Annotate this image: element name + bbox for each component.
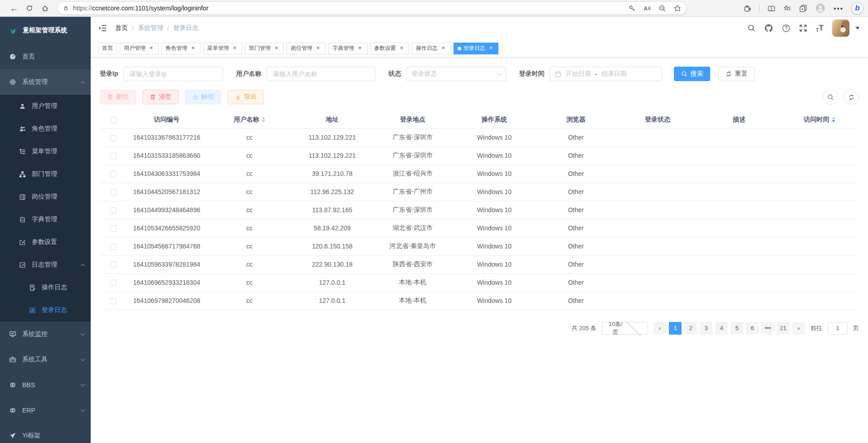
export-button[interactable]: 导出 xyxy=(228,90,264,104)
sidebar-item-oper-log[interactable]: 操作日志 xyxy=(0,276,91,299)
pager-page-button[interactable]: 3 xyxy=(700,322,712,335)
delete-button[interactable]: 删除 xyxy=(100,90,136,104)
column-header-username[interactable]: 用户名称 xyxy=(206,111,293,128)
browser-menu-icon[interactable]: ••• xyxy=(834,5,844,12)
tab-menu-mgmt[interactable]: 菜单管理× xyxy=(203,43,242,54)
sidebar-item-post-mgmt[interactable]: 岗位管理 xyxy=(0,185,91,208)
browser-profile-icon[interactable] xyxy=(815,3,826,14)
avatar-caret-icon[interactable] xyxy=(855,27,860,29)
sidebar-item-bbs[interactable]: BBS xyxy=(0,372,91,398)
show-search-button[interactable] xyxy=(823,89,838,105)
row-checkbox[interactable] xyxy=(110,135,117,141)
sidebar-item-param-settings[interactable]: 参数设置 xyxy=(0,231,91,253)
reset-button[interactable]: 重置 xyxy=(718,67,755,81)
sidebar-item-dict-mgmt[interactable]: 字典管理 xyxy=(0,208,91,231)
collections-icon[interactable] xyxy=(799,4,807,12)
sidebar-item-system[interactable]: 系统管理 xyxy=(0,69,91,95)
sidebar-item-role-mgmt[interactable]: 角色管理 xyxy=(0,117,91,140)
bing-chat-icon[interactable]: b xyxy=(851,2,863,15)
tab-close-icon[interactable]: × xyxy=(356,45,363,52)
pager-page-button[interactable]: 4 xyxy=(715,322,728,335)
tab-close-icon[interactable]: × xyxy=(488,45,494,52)
goto-page-input[interactable] xyxy=(828,322,848,335)
sort-icons[interactable] xyxy=(832,117,835,122)
sidebar-item-login-log[interactable]: 登录日志 xyxy=(0,299,91,321)
split-screen-icon[interactable] xyxy=(767,5,775,12)
pager-page-button[interactable]: 1 xyxy=(669,322,682,335)
browser-refresh-button[interactable] xyxy=(22,1,37,15)
select-all-checkbox[interactable] xyxy=(110,117,117,123)
pager-prev-button[interactable]: ‹ xyxy=(653,322,666,335)
refresh-table-button[interactable] xyxy=(844,89,859,105)
tab-close-icon[interactable]: × xyxy=(148,45,155,52)
tab-close-icon[interactable]: × xyxy=(440,45,447,52)
tab-post-mgmt[interactable]: 岗位管理× xyxy=(287,43,326,54)
github-icon[interactable] xyxy=(764,24,773,33)
zoom-out-icon[interactable] xyxy=(658,5,666,12)
header-search-icon[interactable] xyxy=(747,24,756,32)
password-key-icon[interactable] xyxy=(628,5,636,12)
tab-close-icon[interactable]: × xyxy=(190,45,196,52)
browser-home-button[interactable] xyxy=(37,1,53,15)
sidebar-item-menu-mgmt[interactable]: 菜单管理 xyxy=(0,140,91,163)
tab-dept-mgmt[interactable]: 部门管理× xyxy=(245,43,284,54)
sidebar-item-user-mgmt[interactable]: 用户管理 xyxy=(0,95,91,117)
tab-user-mgmt[interactable]: 用户管理× xyxy=(120,43,159,54)
read-aloud-icon[interactable] xyxy=(643,5,651,12)
username-input[interactable] xyxy=(267,67,375,81)
tab-home[interactable]: 首页 xyxy=(98,43,117,54)
ip-input[interactable] xyxy=(123,67,223,81)
date-range-input[interactable]: 开始日期 - 结束日期 xyxy=(550,67,662,81)
tab-dict-mgmt[interactable]: 字典管理× xyxy=(328,43,367,54)
pager-next-button[interactable]: › xyxy=(792,322,805,335)
tab-close-icon[interactable]: × xyxy=(273,45,280,52)
row-checkbox[interactable] xyxy=(110,243,117,250)
status-select[interactable]: 登录状态 xyxy=(406,67,506,81)
sidebar-item-yi-framework[interactable]: Yi框架 xyxy=(0,423,91,443)
browser-back-button[interactable]: ← xyxy=(6,1,22,15)
tab-login-log[interactable]: 登录日志× xyxy=(454,43,498,54)
row-checkbox[interactable] xyxy=(110,189,117,195)
row-checkbox[interactable] xyxy=(110,298,117,304)
column-header-time[interactable]: 访问时间 xyxy=(780,111,859,128)
unlock-button[interactable]: 解锁 xyxy=(185,90,221,104)
row-checkbox[interactable] xyxy=(110,171,117,177)
tab-close-icon[interactable]: × xyxy=(315,45,322,52)
sidebar-item-tools[interactable]: 系统工具 xyxy=(0,347,91,372)
font-size-icon[interactable]: TT xyxy=(816,24,824,33)
row-checkbox[interactable] xyxy=(110,207,117,214)
sidebar-item-home[interactable]: 首页 xyxy=(0,44,91,69)
sidebar-item-log-mgmt[interactable]: 日志管理 xyxy=(0,253,91,276)
tab-close-icon[interactable]: × xyxy=(398,45,405,52)
clear-button[interactable]: 清空 xyxy=(142,90,179,104)
row-checkbox[interactable] xyxy=(110,280,117,286)
url-bar[interactable]: https://ccnetcore.com:1101/system/log/lo… xyxy=(57,2,687,15)
pager-page-button[interactable]: 6 xyxy=(746,322,759,335)
favorites-bar-icon[interactable] xyxy=(783,5,791,12)
sidebar-item-monitor[interactable]: 系统监控 xyxy=(0,321,91,347)
tab-role-mgmt[interactable]: 角色管理× xyxy=(161,43,200,54)
tab-param-settings[interactable]: 参数设置× xyxy=(370,43,409,54)
row-checkbox[interactable] xyxy=(110,225,117,232)
pager-more-button[interactable]: ••• xyxy=(761,322,774,335)
extensions-icon[interactable] xyxy=(743,4,751,12)
app-logo[interactable]: 意框架管理系统 xyxy=(0,17,91,44)
tab-close-icon[interactable]: × xyxy=(231,45,238,52)
pager-page-button[interactable]: 5 xyxy=(731,322,743,335)
pager-page-button[interactable]: 21 xyxy=(777,322,790,335)
row-checkbox[interactable] xyxy=(110,262,117,268)
pager-page-button[interactable]: 2 xyxy=(684,322,697,335)
page-size-select[interactable]: 10条/页 xyxy=(602,322,648,335)
fullscreen-icon[interactable] xyxy=(799,24,807,32)
user-avatar[interactable] xyxy=(832,19,849,37)
row-checkbox[interactable] xyxy=(110,153,117,159)
sidebar-fold-icon[interactable] xyxy=(98,24,107,32)
search-button[interactable]: 搜索 xyxy=(674,67,710,81)
breadcrumb-home[interactable]: 首页 xyxy=(115,24,128,32)
tab-oper-log[interactable]: 操作日志× xyxy=(412,43,451,54)
breadcrumb-system[interactable]: 系统管理 xyxy=(138,24,163,32)
favorite-add-icon[interactable] xyxy=(673,5,681,12)
sidebar-item-dept-mgmt[interactable]: 部门管理 xyxy=(0,163,91,185)
sidebar-item-erp[interactable]: ERP xyxy=(0,398,91,423)
help-icon[interactable] xyxy=(782,24,790,33)
